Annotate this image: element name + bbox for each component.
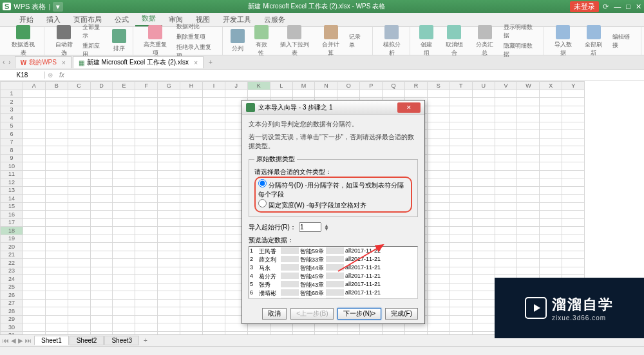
- doctab-home-close[interactable]: ×: [62, 59, 66, 66]
- row-header[interactable]: 14: [1, 195, 23, 203]
- cell[interactable]: [495, 227, 517, 235]
- cell[interactable]: [68, 130, 90, 139]
- cell[interactable]: [540, 227, 562, 235]
- cell[interactable]: [135, 162, 158, 171]
- cell[interactable]: [517, 267, 540, 275]
- cell[interactable]: [472, 106, 495, 114]
- cell[interactable]: [540, 98, 562, 106]
- cell[interactable]: [158, 275, 180, 283]
- cell[interactable]: [180, 178, 203, 187]
- cell[interactable]: [495, 178, 517, 187]
- cell[interactable]: [180, 267, 203, 275]
- cell[interactable]: [45, 275, 68, 283]
- cell[interactable]: [472, 227, 495, 235]
- close-icon[interactable]: ✕: [636, 3, 641, 11]
- validation-button[interactable]: 有效性: [250, 24, 272, 59]
- cell[interactable]: [180, 106, 203, 114]
- nav-forward-icon[interactable]: ›: [8, 59, 10, 66]
- cell[interactable]: [158, 243, 180, 251]
- cell[interactable]: [472, 315, 495, 323]
- cell[interactable]: [158, 195, 180, 203]
- cell[interactable]: [45, 283, 68, 291]
- cell[interactable]: [562, 154, 585, 162]
- cell[interactable]: [203, 138, 225, 146]
- cell[interactable]: [90, 211, 113, 219]
- cell[interactable]: [158, 299, 180, 307]
- edit-links-button[interactable]: 编辑链接: [611, 32, 637, 50]
- cell[interactable]: [517, 227, 540, 235]
- cell[interactable]: [113, 106, 135, 114]
- cell[interactable]: [90, 307, 113, 316]
- row-header[interactable]: 13: [1, 186, 23, 195]
- cell[interactable]: [450, 259, 472, 267]
- cell[interactable]: [540, 178, 562, 187]
- cell[interactable]: [472, 323, 495, 332]
- cell[interactable]: [203, 259, 225, 267]
- cell[interactable]: [135, 243, 158, 251]
- radio-fixedwidth-input[interactable]: [258, 199, 267, 207]
- row-header[interactable]: 15: [1, 202, 23, 211]
- cell[interactable]: [450, 243, 472, 251]
- cell[interactable]: [517, 259, 540, 267]
- cell[interactable]: [113, 186, 135, 195]
- cell[interactable]: [472, 291, 495, 300]
- cell[interactable]: [158, 178, 180, 187]
- cell[interactable]: [562, 202, 585, 211]
- cell[interactable]: [113, 211, 135, 219]
- add-sheet-button[interactable]: +: [140, 337, 151, 344]
- cell[interactable]: [158, 267, 180, 275]
- cell[interactable]: [203, 98, 225, 106]
- cell[interactable]: [203, 122, 225, 130]
- cell[interactable]: [472, 251, 495, 259]
- pivot-table-button[interactable]: 数据透视表: [6, 24, 40, 59]
- cell[interactable]: [450, 170, 472, 178]
- cell[interactable]: [90, 154, 113, 162]
- fx-icon[interactable]: fx: [55, 72, 68, 79]
- row-header[interactable]: 26: [1, 291, 23, 300]
- cell[interactable]: [517, 138, 540, 146]
- cell[interactable]: [562, 235, 585, 243]
- cell[interactable]: [540, 235, 562, 243]
- row-header[interactable]: 18: [1, 227, 23, 235]
- cell[interactable]: [180, 211, 203, 219]
- cell[interactable]: [203, 186, 225, 195]
- cell[interactable]: [495, 186, 517, 195]
- cell[interactable]: [540, 267, 562, 275]
- cell[interactable]: [427, 235, 450, 243]
- cell[interactable]: [472, 267, 495, 275]
- cell[interactable]: [562, 195, 585, 203]
- col-header[interactable]: J: [225, 82, 247, 90]
- cell[interactable]: [68, 211, 90, 219]
- cell[interactable]: [158, 291, 180, 300]
- sheet-tab-1[interactable]: Sheet1: [34, 336, 69, 345]
- cell[interactable]: [562, 114, 585, 122]
- cell[interactable]: [180, 299, 203, 307]
- cell[interactable]: [90, 162, 113, 171]
- cell[interactable]: [90, 202, 113, 211]
- cell[interactable]: [562, 162, 585, 171]
- cell[interactable]: [158, 251, 180, 259]
- cell[interactable]: [135, 170, 158, 178]
- row-header[interactable]: 6: [1, 130, 23, 139]
- cell[interactable]: [68, 162, 90, 171]
- cell[interactable]: [427, 267, 450, 275]
- autofilter-button[interactable]: 自动筛选: [50, 24, 77, 59]
- cell[interactable]: [135, 106, 158, 114]
- compare-data-button[interactable]: 数据对比: [175, 22, 218, 32]
- cell[interactable]: [135, 235, 158, 243]
- cell[interactable]: [23, 315, 45, 323]
- cell[interactable]: [158, 122, 180, 130]
- cell[interactable]: [180, 227, 203, 235]
- cell[interactable]: [68, 307, 90, 316]
- cell[interactable]: [360, 323, 383, 332]
- consolidate-button[interactable]: 合并计算: [317, 24, 345, 59]
- cell[interactable]: [135, 275, 158, 283]
- app-menu-dropdown[interactable]: ▾: [53, 2, 63, 12]
- cell[interactable]: [203, 202, 225, 211]
- cell[interactable]: [135, 146, 158, 155]
- cell[interactable]: [450, 130, 472, 139]
- cell[interactable]: [135, 267, 158, 275]
- cell[interactable]: [158, 98, 180, 106]
- cell[interactable]: [23, 195, 45, 203]
- cell[interactable]: [158, 315, 180, 323]
